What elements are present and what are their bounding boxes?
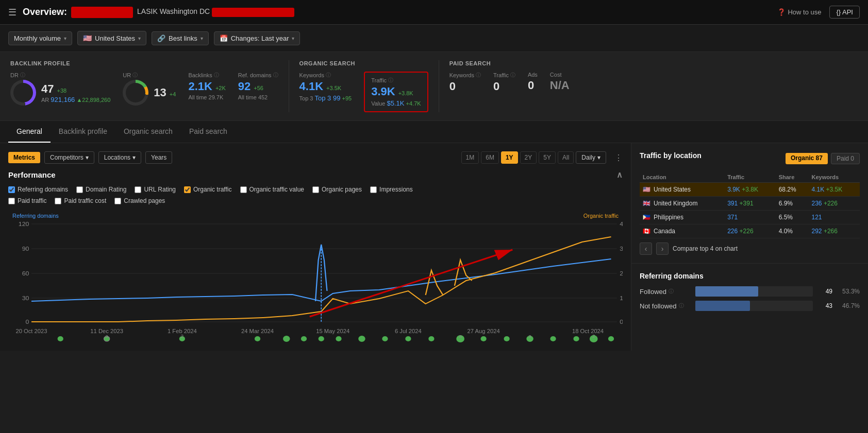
table-row[interactable]: 🇬🇧 United Kingdom 391 +391 6.9% 236 +226 [640,197,860,211]
paid-keywords-value: 0 [449,80,481,93]
flag-icon: 🇬🇧 [643,200,650,207]
svg-text:3K: 3K [620,246,623,252]
checkbox-organic-traffic-input[interactable] [184,186,191,193]
checkbox-organic-pages[interactable]: Organic pages [312,186,362,193]
ads-value: 0 [528,79,538,92]
next-arrow[interactable]: › [656,243,669,255]
info-icon-tr: ⓘ [388,77,393,84]
stats-groups: Backlink profile DR ⓘ 47 + [10,60,858,112]
backlink-profile-group: Backlink profile DR ⓘ 47 + [10,60,289,112]
ref-domains-stat: Ref. domains ⓘ 92 +56 All time 452 [238,72,278,100]
dr-label: DR ⓘ [10,72,110,79]
compare-link[interactable]: Compare top 4 on chart [673,245,738,252]
followed-item: Followed ⓘ 49 53.3% [640,286,860,297]
svg-text:4K: 4K [620,221,623,227]
org-traffic-change: +3.8K [398,90,413,96]
org-traffic-label: Traffic ⓘ [371,77,421,84]
metrics-button[interactable]: Metrics [8,152,40,163]
page-title: Overview: LASIK Washington DC [23,7,294,18]
years-button[interactable]: Years [145,151,172,164]
not-followed-label: Not followed ⓘ [640,302,691,310]
svg-point-37 [428,336,434,341]
how-to-use-text: How to use [788,8,821,16]
tab-paid-search[interactable]: Paid search [181,121,236,143]
info-icon-bl: ⓘ [214,72,219,79]
paid-stat-items: Keywords ⓘ 0 Traffic ⓘ 0 Ads 0 [449,72,570,93]
changes-dropdown[interactable]: 📅 Changes: Last year ▾ [214,31,301,45]
checkbox-crawled-pages-input[interactable] [114,198,121,204]
checkbox-url-rating[interactable]: URL Rating [135,186,176,193]
followed-bar [695,286,758,297]
svg-point-43 [573,336,579,341]
tab-general[interactable]: General [8,121,51,143]
time-btn-2y[interactable]: 2Y [520,151,537,164]
checkbox-url-rating-input[interactable] [135,186,141,193]
checkbox-impressions[interactable]: Impressions [370,186,413,193]
traffic-location-tabs: Organic 87 Paid 0 [786,153,860,164]
api-button[interactable]: {} API [829,6,860,19]
changes-label: Changes: Last year [231,34,289,42]
checkbox-organic-traffic-value-input[interactable] [240,186,247,193]
paid-search-title: Paid search [449,60,570,66]
checkbox-referring-domains[interactable]: Referring domains [8,186,68,193]
checkbox-organic-pages-input[interactable] [312,186,319,193]
checkbox-paid-traffic-input[interactable] [8,198,15,204]
collapse-button[interactable]: ∧ [616,170,623,180]
time-btn-1m[interactable]: 1M [461,151,479,164]
locations-button[interactable]: Locations ▾ [98,151,141,164]
checkbox-crawled-pages[interactable]: Crawled pages [114,197,165,204]
time-btn-6m[interactable]: 6M [481,151,499,164]
monthly-volume-label: Monthly volume [14,34,61,42]
checkbox-paid-traffic-cost[interactable]: Paid traffic cost [55,197,106,204]
tab-organic-search[interactable]: Organic search [115,121,181,143]
checkbox-domain-rating-input[interactable] [76,186,83,193]
nav-arrows: ‹ › Compare top 4 on chart [640,243,860,255]
ar-sub: AR 921,166 ▲22,898,260 [41,96,110,103]
info-icon-pk: ⓘ [476,72,481,79]
chevron-down-icon-2: ▾ [138,36,141,41]
prev-arrow[interactable]: ‹ [640,243,652,255]
link-icon: 🔗 [157,34,165,42]
svg-text:20 Oct 2023: 20 Oct 2023 [15,328,47,334]
how-to-use-link[interactable]: ❓ How to use [777,8,821,16]
tab-backlink-profile[interactable]: Backlink profile [51,121,115,143]
time-btn-5y[interactable]: 5Y [539,151,556,164]
time-btn-1y[interactable]: 1Y [501,151,518,164]
organic-stat-items: Keywords ⓘ 4.1K +3.5K Top 3 Top 3 99 +95… [299,72,428,112]
svg-point-39 [480,336,486,341]
share-cell: 6.9% [776,197,809,211]
svg-text:60: 60 [22,270,29,276]
table-row[interactable]: 🇨🇦 Canada 226 +226 4.0% 292 +266 [640,224,860,238]
checkbox-impressions-input[interactable] [370,186,377,193]
svg-point-36 [405,336,411,341]
table-row[interactable]: 🇺🇸 United States 3.9K +3.8K 68.2% 4.1K +… [640,183,860,197]
organic-tab[interactable]: Organic 87 [786,153,828,164]
monthly-volume-dropdown[interactable]: Monthly volume ▾ [8,31,72,45]
checkbox-organic-traffic[interactable]: Organic traffic [184,186,231,193]
org-keywords-stat: Keywords ⓘ 4.1K +3.5K Top 3 Top 3 99 +95 [299,72,352,102]
location-cell: 🇬🇧 United Kingdom [640,197,724,211]
paid-tab[interactable]: Paid 0 [831,153,860,164]
time-btn-all[interactable]: All [558,151,574,164]
svg-point-29 [255,336,260,341]
checkbox-organic-traffic-value[interactable]: Organic traffic value [240,186,305,193]
ur-circle-inner [126,83,145,102]
table-row[interactable]: 🇵🇭 Philippines 371 6.5% 121 [640,211,860,224]
keywords-cell: 292 +266 [809,224,860,238]
backlink-profile-title: Backlink profile [10,60,278,66]
flag-icon: 🇵🇭 [643,214,650,221]
paid-keywords-label: Keywords ⓘ [449,72,481,79]
daily-button[interactable]: Daily ▾ [576,151,606,164]
ur-value: 13 [154,86,166,99]
not-followed-bar [695,301,750,311]
checkbox-domain-rating[interactable]: Domain Rating [76,186,126,193]
best-links-dropdown[interactable]: 🔗 Best links ▾ [152,31,209,45]
checkbox-paid-traffic-cost-input[interactable] [55,198,61,204]
competitors-button[interactable]: Competitors ▾ [44,151,94,164]
checkbox-paid-traffic[interactable]: Paid traffic [8,197,46,204]
hamburger-icon[interactable]: ☰ [8,7,16,18]
chevron-down-icon-6: ▾ [132,154,136,161]
checkbox-referring-domains-input[interactable] [8,186,15,193]
country-dropdown[interactable]: 🇺🇸 United States ▾ [77,31,146,45]
more-options-icon[interactable]: ⋮ [614,153,623,163]
